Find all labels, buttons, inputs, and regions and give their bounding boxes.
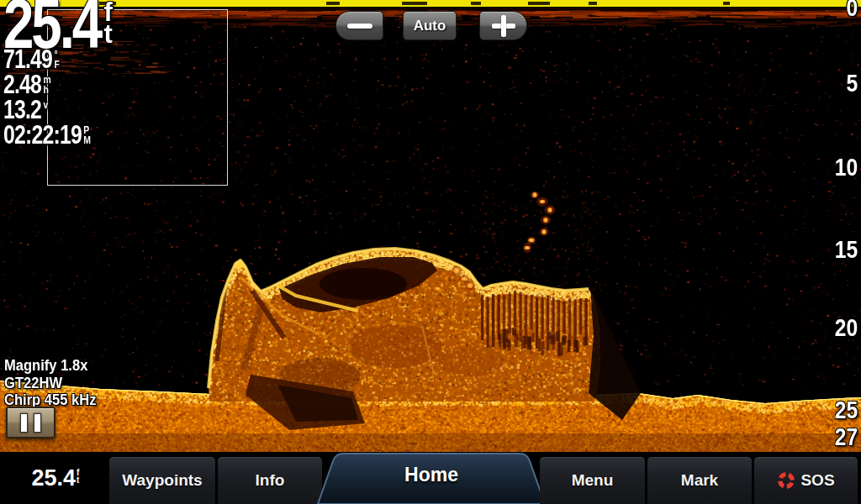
bottom-nav-bar: 25.4 f t Waypoints Info Home Menu <box>0 452 861 504</box>
depth-tick-25: 25 <box>835 396 858 424</box>
speed-reading: 2.48 mh <box>3 72 91 97</box>
data-overlay: 71.49 °F 2.48 mh 13.2 v 02:22:19 PM <box>3 47 113 148</box>
zoom-in-button[interactable] <box>479 11 527 40</box>
depth-tick-5: 5 <box>846 70 858 97</box>
sonar-screen: 25.4 f t 71.49 °F 2.48 mh 13.2 v 02:22:1… <box>0 0 861 504</box>
waypoints-button[interactable]: Waypoints <box>109 457 215 504</box>
depth-tick-20: 20 <box>835 314 858 342</box>
temperature-reading: 71.49 °F <box>3 47 91 72</box>
depth-tick-15: 15 <box>835 236 858 264</box>
pause-button[interactable] <box>6 407 55 438</box>
sos-button[interactable]: SOS <box>754 457 858 504</box>
minus-icon <box>347 24 372 29</box>
pause-icon <box>20 413 28 433</box>
depth-tick-27: 27 <box>835 423 858 451</box>
mark-button[interactable]: Mark <box>647 457 752 504</box>
sos-life-ring-icon <box>777 471 795 490</box>
auto-range-button[interactable]: Auto <box>403 11 457 40</box>
time-reading: 02:22:19 PM <box>3 123 91 148</box>
nav-depth-label: 25.4 f t <box>0 452 111 504</box>
sos-label: SOS <box>800 471 834 490</box>
info-button[interactable]: Info <box>218 457 322 504</box>
zoom-out-button[interactable] <box>335 11 383 40</box>
depth-unit-bottom: t <box>104 24 113 45</box>
transducer-label: GT22HW <box>4 375 62 392</box>
depth-tick-0: 0 <box>846 0 858 22</box>
plus-icon <box>492 15 515 37</box>
home-tab[interactable]: Home <box>311 452 552 504</box>
home-tab-label: Home <box>311 464 552 486</box>
magnify-label: Magnify 1.8x <box>4 357 87 375</box>
menu-button[interactable]: Menu <box>540 457 645 504</box>
voltage-reading: 13.2 v <box>3 97 91 123</box>
depth-tick-10: 10 <box>835 154 858 181</box>
